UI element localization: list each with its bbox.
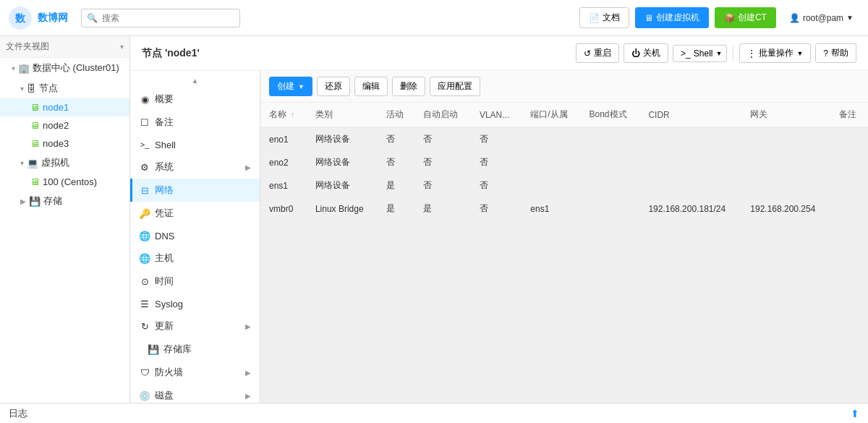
restart-button[interactable]: ↺ 重启 bbox=[576, 43, 619, 63]
system-icon: ⚙ bbox=[139, 161, 150, 173]
syslog-label: Syslog bbox=[155, 299, 183, 309]
firewall-label: 防火墙 bbox=[155, 366, 183, 379]
nav-item-system[interactable]: ⚙ 系统 ▶ bbox=[130, 155, 260, 179]
create-ct-button[interactable]: 📦 创建CT bbox=[715, 7, 776, 28]
create-vm-label: 创建虚拟机 bbox=[656, 12, 699, 24]
nav-item-update[interactable]: ↻ 更新 ▶ bbox=[130, 315, 260, 338]
edit-label: 编辑 bbox=[362, 80, 380, 93]
vms-label: 虚拟机 bbox=[41, 156, 69, 169]
sidebar-item-datacenter[interactable]: ▾ 🏢 数据中心 (Cluster01) bbox=[0, 58, 129, 78]
table-cell: Linux Bridge bbox=[307, 197, 378, 221]
sidebar-item-node1[interactable]: 🖥 node1 bbox=[0, 98, 129, 116]
nodes-icon: 🗄 bbox=[27, 83, 36, 94]
table-cell: 否 bbox=[414, 127, 471, 151]
nav-item-host[interactable]: 🌐 主机 bbox=[130, 247, 260, 270]
table-row[interactable]: eno2网络设备否否否 bbox=[260, 151, 868, 174]
nav-item-dns[interactable]: 🌐 DNS bbox=[130, 225, 260, 247]
help-button[interactable]: ? 帮助 bbox=[815, 43, 856, 63]
node3-icon: 🖥 bbox=[30, 138, 40, 149]
col-vlan: VLAN... bbox=[471, 103, 522, 127]
nav-item-time[interactable]: ⊙ 时间 bbox=[130, 270, 260, 293]
create-ct-icon: 📦 bbox=[724, 13, 735, 23]
delete-label: 删除 bbox=[400, 80, 417, 93]
apply-config-button[interactable]: 应用配置 bbox=[430, 77, 480, 96]
dns-label: DNS bbox=[155, 231, 174, 242]
disk-label: 磁盘 bbox=[155, 389, 174, 402]
folder-view-header[interactable]: 文件夹视图 ▾ bbox=[0, 36, 129, 58]
nav-item-firewall[interactable]: 🛡 防火墙 ▶ bbox=[130, 361, 260, 384]
shell-button[interactable]: >_ Shell ▼ bbox=[673, 45, 727, 62]
nav-item-storage-pool[interactable]: 💾 存储库 bbox=[130, 338, 260, 361]
create-button[interactable]: 创建 ▼ bbox=[269, 77, 312, 96]
table-cell bbox=[741, 174, 830, 197]
nav-item-notes[interactable]: ☐ 备注 bbox=[130, 111, 260, 134]
chevron-right-icon: ▶ bbox=[245, 369, 251, 377]
logo: 数 数博网 bbox=[7, 5, 68, 31]
storage-pool-label: 存储库 bbox=[163, 343, 192, 356]
chevron-right-icon: ▶ bbox=[245, 322, 251, 330]
disk-icon: 💿 bbox=[139, 390, 150, 401]
restore-button[interactable]: 还原 bbox=[317, 77, 350, 96]
node2-icon: 🖥 bbox=[30, 120, 40, 131]
sidebar-item-storage[interactable]: ▶ 💾 存储 bbox=[0, 191, 129, 211]
scroll-up-arrow[interactable]: ▲ bbox=[130, 74, 260, 87]
nav-item-syslog[interactable]: ☰ Syslog bbox=[130, 293, 260, 315]
bulk-icon: ⋮ bbox=[747, 48, 756, 59]
nav-item-shell[interactable]: >_ Shell bbox=[130, 134, 260, 155]
table-scroll[interactable]: 名称 ↑ 类别 活动 自动启动 VLAN... 端口/从属 Bond模式 CID… bbox=[260, 103, 868, 403]
doc-icon: 📄 bbox=[589, 13, 600, 23]
table-cell bbox=[830, 197, 868, 221]
table-toolbar: 创建 ▼ 还原 编辑 删除 应用配置 bbox=[260, 71, 868, 103]
shell-label: Shell bbox=[694, 48, 713, 59]
node1-icon: 🖥 bbox=[30, 102, 40, 113]
table-row[interactable]: ens1网络设备是否否 bbox=[260, 174, 868, 197]
storage-pool-icon: 💾 bbox=[148, 343, 159, 355]
create-vm-button[interactable]: 🖥 创建虚拟机 bbox=[635, 7, 709, 28]
col-gateway: 网关 bbox=[741, 103, 830, 127]
col-active: 活动 bbox=[378, 103, 415, 127]
help-label: 帮助 bbox=[831, 47, 848, 59]
doc-button[interactable]: 📄 文档 bbox=[579, 7, 629, 28]
delete-button[interactable]: 删除 bbox=[392, 77, 425, 96]
nav-item-credentials[interactable]: 🔑 凭证 bbox=[130, 202, 260, 225]
bulk-ops-button[interactable]: ⋮ 批量操作 ▼ bbox=[739, 43, 811, 63]
table-cell bbox=[581, 151, 640, 174]
table-cell: 网络设备 bbox=[307, 127, 378, 151]
table-cell: 否 bbox=[414, 151, 471, 174]
table-cell bbox=[741, 151, 830, 174]
log-bar: 日志 ⬆ bbox=[0, 403, 868, 423]
col-notes: 备注 bbox=[830, 103, 868, 127]
user-menu[interactable]: 👤 root@pam ▼ bbox=[782, 9, 861, 27]
table-cell: 否 bbox=[378, 151, 415, 174]
firewall-icon: 🛡 bbox=[139, 367, 150, 378]
nav-item-network[interactable]: ⊟ 网络 bbox=[130, 179, 260, 202]
search-input[interactable] bbox=[81, 9, 240, 27]
sidebar-item-node3[interactable]: 🖥 node3 bbox=[0, 134, 129, 153]
sidebar-item-nodes[interactable]: ▾ 🗄 节点 bbox=[0, 78, 129, 98]
sidebar-item-node2[interactable]: 🖥 node2 bbox=[0, 116, 129, 134]
create-vm-icon: 🖥 bbox=[644, 13, 653, 23]
nav-item-disk[interactable]: 💿 磁盘 ▶ bbox=[130, 384, 260, 403]
doc-label: 文档 bbox=[603, 12, 620, 24]
table-row[interactable]: vmbr0Linux Bridge是是否ens1192.168.200.181/… bbox=[260, 197, 868, 221]
page-title: 节点 'node1' bbox=[142, 47, 200, 60]
table-cell bbox=[830, 174, 868, 197]
nav-item-summary[interactable]: ◉ 概要 bbox=[130, 87, 260, 111]
table-cell bbox=[741, 127, 830, 151]
summary-icon: ◉ bbox=[139, 93, 150, 105]
storage-label: 存储 bbox=[43, 195, 62, 208]
time-icon: ⊙ bbox=[139, 275, 150, 287]
edit-button[interactable]: 编辑 bbox=[354, 77, 388, 96]
expand-icon[interactable]: ⬆ bbox=[851, 408, 859, 419]
logo-text: 数博网 bbox=[38, 12, 68, 25]
sidebar-item-vm100[interactable]: 🖥 100 (Centos) bbox=[0, 173, 129, 191]
chevron-right-icon: ▶ bbox=[245, 392, 251, 400]
table-cell: ens1 bbox=[260, 174, 307, 197]
table-cell: 是 bbox=[378, 197, 415, 221]
shutdown-button[interactable]: ⏻ 关机 bbox=[624, 43, 668, 63]
network-table: 名称 ↑ 类别 活动 自动启动 VLAN... 端口/从属 Bond模式 CID… bbox=[260, 103, 868, 221]
table-row[interactable]: eno1网络设备否否否 bbox=[260, 127, 868, 151]
table-cell: 否 bbox=[471, 197, 522, 221]
sidebar-item-vms[interactable]: ▾ 💻 虚拟机 bbox=[0, 153, 129, 173]
table-cell: 是 bbox=[378, 174, 415, 197]
